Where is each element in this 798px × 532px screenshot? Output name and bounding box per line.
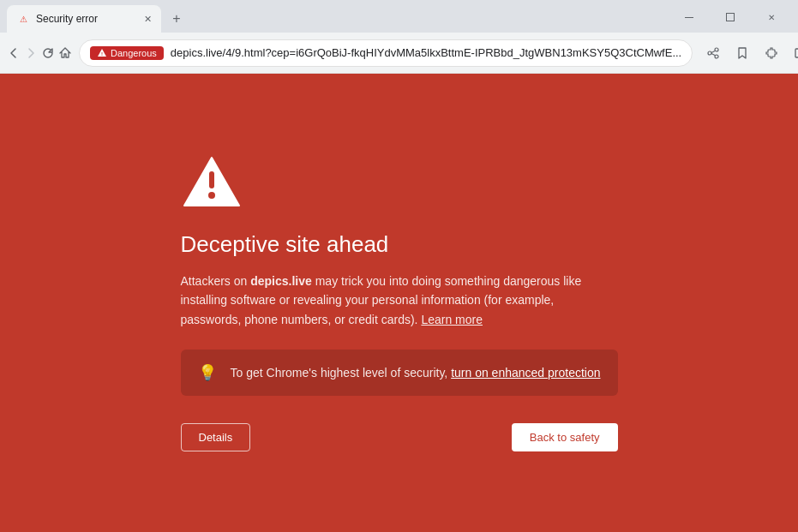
reload-button[interactable]	[41, 39, 55, 67]
description-prefix: Attackers on	[181, 274, 251, 288]
home-button[interactable]	[58, 39, 72, 67]
back-to-safety-button[interactable]: Back to safety	[512, 423, 618, 451]
tab-title: Security error	[36, 13, 134, 25]
close-button[interactable]: ✕	[752, 5, 791, 29]
sidebar-button[interactable]	[787, 39, 798, 67]
tab-favicon-icon: ⚠	[17, 13, 29, 25]
active-tab[interactable]: ⚠ Security error ✕	[7, 5, 161, 33]
error-description: Attackers on depics.live may trick you i…	[181, 272, 618, 329]
window-controls: ✕	[669, 5, 791, 29]
action-buttons: Details Back to safety	[181, 423, 618, 451]
error-title: Deceptive site ahead	[181, 231, 618, 258]
svg-rect-1	[727, 14, 735, 21]
svg-rect-0	[685, 17, 693, 18]
security-tip-box: 💡 To get Chrome's highest level of secur…	[181, 350, 618, 396]
bookmark-button[interactable]	[729, 39, 756, 67]
forward-button[interactable]	[24, 39, 38, 67]
chrome-window: ⚠ Security error ✕ + ✕	[0, 0, 798, 532]
share-button[interactable]	[699, 39, 727, 67]
extensions-button[interactable]	[758, 39, 785, 67]
minimize-button[interactable]	[669, 5, 709, 29]
svg-rect-9	[209, 171, 214, 188]
maximize-button[interactable]	[711, 5, 750, 29]
warning-triangle-icon	[181, 154, 243, 207]
tab-close-button[interactable]: ✕	[141, 12, 154, 26]
learn-more-link[interactable]: Learn more	[421, 313, 483, 326]
details-button[interactable]: Details	[181, 423, 251, 451]
security-tip-prefix: To get Chrome's highest level of securit…	[231, 366, 452, 380]
new-tab-button[interactable]: +	[165, 7, 189, 31]
bulb-icon: 💡	[198, 363, 217, 382]
address-bar[interactable]: ! Dangerous depics.live/4/9.html?cep=i6G…	[79, 39, 693, 67]
svg-text:!: !	[101, 51, 103, 57]
back-button[interactable]	[7, 39, 21, 67]
browser-toolbar: ! Dangerous depics.live/4/9.html?cep=i6G…	[0, 33, 798, 74]
domain-name: depics.live	[250, 274, 312, 288]
error-container: Deceptive site ahead Attackers on depics…	[164, 137, 635, 469]
toolbar-action-icons	[699, 39, 798, 67]
url-text: depics.live/4/9.html?cep=i6GrQoBiJ-fkqHI…	[171, 46, 681, 59]
security-tip-text: To get Chrome's highest level of securit…	[231, 366, 601, 380]
dangerous-label: Dangerous	[111, 48, 157, 58]
tab-bar: ⚠ Security error ✕ + ✕	[0, 0, 798, 33]
enhanced-protection-link[interactable]: turn on enhanced protection	[451, 366, 600, 380]
page-content: Deceptive site ahead Attackers on depics…	[0, 74, 798, 532]
svg-point-10	[208, 192, 215, 199]
dangerous-badge: ! Dangerous	[90, 46, 164, 60]
